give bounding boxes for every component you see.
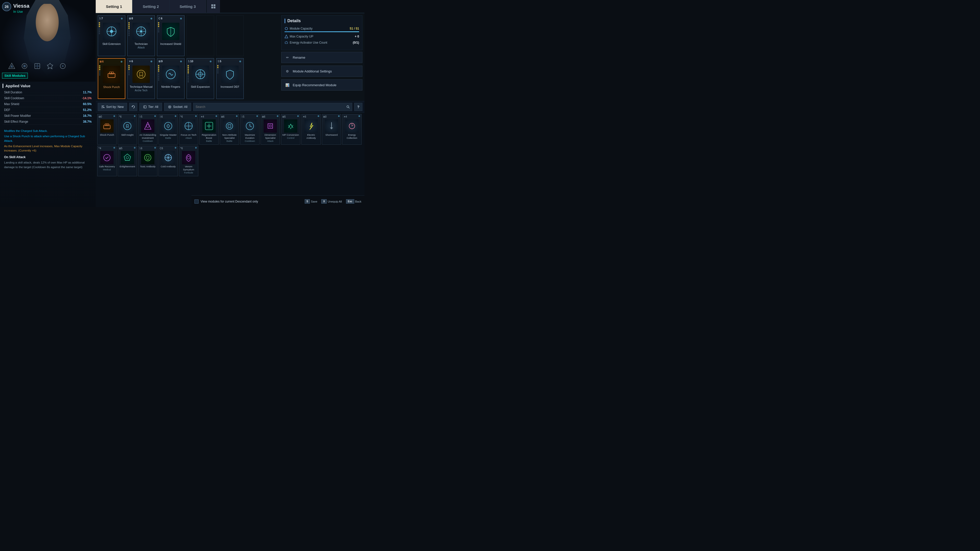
svg-point-14 (110, 30, 113, 33)
ability-icon-3[interactable] (33, 62, 41, 70)
svg-rect-7 (211, 4, 213, 6)
svg-rect-8 (213, 4, 215, 6)
search-input[interactable] (196, 105, 345, 109)
socket-filter-button[interactable]: Socket: All (164, 103, 191, 111)
character-level: 26 (2, 2, 11, 11)
tab-setting-1[interactable]: Setting 1 (96, 0, 132, 13)
module-increased-def[interactable]: ᚢ5 ⊕ Increased DEF (216, 58, 244, 99)
svg-point-31 (285, 27, 288, 30)
inv-cold-antibody[interactable]: C6⊕ Cold Antibody (159, 146, 178, 176)
rename-button[interactable]: ✏ Rename (281, 52, 363, 63)
inv-venom-syncytium[interactable]: ^6⊕ Venom Syncytium Fortitude (179, 146, 198, 176)
svg-point-73 (187, 156, 190, 159)
inv-outstanding-investment[interactable]: ᚢ5⊕ An Outstanding Investment Cooldown (138, 114, 158, 144)
svg-point-50 (124, 122, 131, 130)
left-panel: 26 Viessa In Use (0, 0, 96, 207)
svg-point-64 (103, 154, 110, 161)
character-area: 26 Viessa In Use (0, 0, 96, 82)
skill-modules-label: Skill Modules (2, 73, 28, 79)
tier-filter-button[interactable]: Tier: All (139, 103, 162, 111)
svg-point-53 (164, 122, 172, 130)
help-button[interactable]: ? (354, 103, 363, 111)
module-technician-attack[interactable]: ⊞8 ⊕ Technician Atta (127, 15, 155, 56)
details-title: Details (285, 19, 359, 23)
search-box (193, 103, 352, 111)
inv-energy-collection[interactable]: ✕4⊕ Energy Collection (342, 114, 362, 144)
inv-non-attribute-specialist[interactable]: ⊞6⊕ Non-Attribute Specialist Battle (220, 114, 239, 144)
stat-skill-power: Skill Power Modifier 16.7% (3, 113, 93, 119)
svg-rect-41 (144, 106, 145, 106)
svg-marker-51 (145, 122, 151, 129)
svg-rect-9 (211, 6, 213, 8)
search-icon (346, 105, 350, 109)
stat-skill-range: Skill Effect Range 38.7% (3, 119, 93, 125)
inv-skill-insight[interactable]: ^6⊕ Skill Insight (118, 114, 137, 144)
module-capacity-val: 51 / 51 (350, 27, 359, 30)
module-empty-2[interactable] (216, 15, 244, 56)
ability-icon-1[interactable] (8, 62, 16, 70)
back-action: Esc Back (346, 199, 361, 203)
inv-shortsword[interactable]: ⊞0⊕ Shortsword (322, 114, 341, 144)
rename-icon: ✏ (285, 55, 290, 60)
svg-rect-40 (144, 106, 146, 108)
applied-value-section: Applied Value Skill Duration 11.7% Skill… (0, 84, 96, 171)
module-skill-expansion[interactable]: ᚢ10 ⊕ Skill Expansion (186, 58, 214, 99)
inventory-toolbar: Sort by: New Tier: All Socket: All ? (96, 101, 364, 113)
module-nimble-fingers[interactable]: ⊞9 ⊕ Nimble Fingers (157, 58, 185, 99)
ability-icon-5[interactable] (59, 62, 67, 70)
view-descendant-checkbox-label[interactable]: View modules for current Descendant only (194, 200, 258, 203)
main-content: Setting 1 Setting 2 Setting 3 (96, 0, 364, 207)
stat-max-shield: Max Shield 60.5% (3, 101, 93, 107)
svg-point-66 (126, 156, 128, 159)
svg-point-44 (169, 106, 170, 107)
character-name: Viessa (13, 3, 29, 9)
inv-enlightenment[interactable]: ⊞5⊕ Enlightenment (118, 146, 137, 176)
tab-setting-2[interactable]: Setting 2 (132, 0, 169, 13)
inv-singular-master[interactable]: ᚢ6⊕ Singular Master Battle (159, 114, 178, 144)
svg-point-60 (226, 123, 233, 129)
inv-mp-conversion[interactable]: ⊞5⊕ MP Conversion Control (281, 114, 301, 144)
svg-line-46 (348, 107, 350, 108)
stat-def: DEF 51.2% (3, 107, 93, 113)
refresh-button[interactable] (129, 103, 137, 111)
action-bar: S Save X Unequip All Esc Back (280, 195, 364, 207)
save-action: S Save (305, 199, 318, 203)
equip-recommended-button[interactable]: 📊 Equip Recommended Module (281, 79, 363, 91)
energy-val: (0/1) (353, 41, 359, 44)
stat-skill-cooldown: Skill Cooldown -14.1% (3, 95, 93, 101)
svg-point-20 (140, 30, 142, 32)
inv-maximize-duration[interactable]: ᚢ5⊕ Maximize Duration Cooldown (240, 114, 259, 144)
recommend-icon: 📊 (285, 82, 290, 88)
inv-electric-antibody[interactable]: ✕6⊕ Electric Antibody (301, 114, 321, 144)
unequip-all-action: X Unequip All (321, 199, 342, 203)
svg-marker-65 (124, 154, 130, 160)
inv-shock-punch[interactable]: ⊞0⊕ Shock Punch (97, 114, 117, 144)
svg-rect-42 (144, 107, 145, 108)
inv-toxic-antibody[interactable]: ᚢ6⊕ Toxic Antibody (138, 146, 158, 176)
svg-point-25 (137, 70, 145, 78)
svg-rect-10 (213, 6, 215, 8)
tab-setting-3[interactable]: Setting 3 (169, 0, 206, 13)
module-additional-settings-button[interactable]: ⚙ Module Additional Settings (281, 65, 363, 77)
sort-button[interactable]: Sort by: New (98, 103, 127, 111)
module-technique-manual[interactable]: ✕6 ⊕ Technique Manual (127, 58, 155, 99)
module-empty-1[interactable] (186, 15, 214, 56)
svg-marker-32 (285, 35, 288, 38)
module-increased-shield[interactable]: C6 ⊕ Increased Shield (157, 15, 185, 56)
character-status: In Use (13, 10, 23, 14)
max-capacity-val: + 0 (355, 35, 359, 38)
inv-safe-recovery[interactable]: ^4⊕ Safe Recovery Medical (97, 146, 117, 176)
tab-grid-button[interactable] (207, 0, 220, 13)
module-skill-extension[interactable]: ᚢ7 ⊕ Skill Extens (98, 15, 125, 56)
inv-regeneration-boost[interactable]: ✕4⊕ Regeneration Boost Battle (199, 114, 219, 144)
applied-value-title: Applied Value (3, 84, 93, 88)
settings-tabs: Setting 1 Setting 2 Setting 3 (96, 0, 364, 13)
ability-icon-4[interactable] (46, 62, 54, 70)
svg-rect-33 (285, 42, 288, 44)
inv-dimension-specialist[interactable]: ⊞6⊕ Dimension Specialist Attack (261, 114, 280, 144)
svg-point-45 (347, 106, 349, 108)
ability-icon-2[interactable] (21, 62, 29, 70)
inv-focus-on-tech[interactable]: ^6⊕ Focus on Tech Attack (179, 114, 198, 144)
view-descendant-checkbox[interactable] (194, 200, 199, 203)
module-shock-punch[interactable]: ⊞6 ⊕ Shock Punch (98, 58, 125, 99)
